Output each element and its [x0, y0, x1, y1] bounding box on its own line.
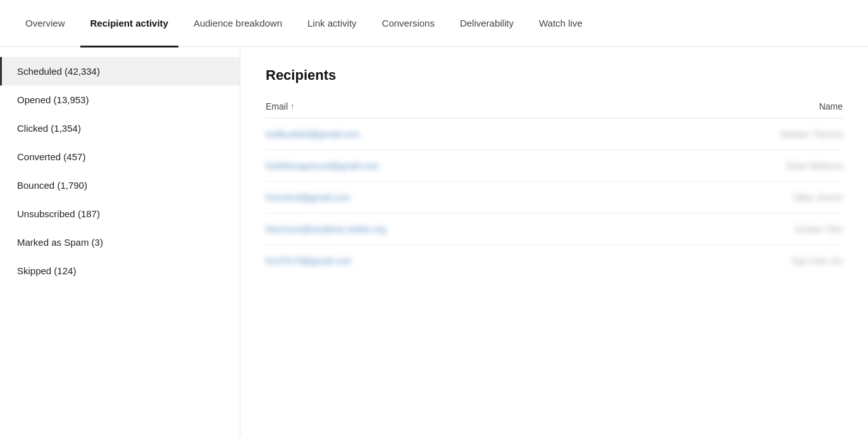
name-value: Martian Themra: [780, 129, 843, 139]
cell-email: 0c47f179@gmail.com: [266, 255, 716, 266]
cell-name: Shan Writeroo: [716, 160, 843, 171]
email-value: themnont@students.twitter.org: [266, 224, 386, 234]
table-header: Email ↑ Name: [266, 101, 843, 118]
nav-tab-audience-breakdown[interactable]: Audience breakdown: [183, 1, 292, 48]
sidebar-item-converted[interactable]: Converted (457): [0, 142, 240, 171]
email-value: 0c47f179@gmail.com: [266, 256, 352, 266]
col-email-label: Email: [266, 101, 288, 111]
main-layout: Scheduled (42,334)Opened (13,953)Clicked…: [0, 47, 868, 437]
sort-arrow-icon: ↑: [290, 102, 294, 111]
sidebar-item-skipped[interactable]: Skipped (124): [0, 256, 240, 285]
name-value: Kriaten Tihn: [795, 224, 843, 234]
sidebar-item-clicked[interactable]: Clicked (1,354): [0, 114, 240, 142]
sidebar-item-scheduled[interactable]: Scheduled (42,334): [0, 57, 240, 86]
cell-email: themnont@students.twitter.org: [266, 224, 716, 234]
nav-tab-deliverability[interactable]: Deliverability: [450, 1, 524, 48]
nav-tab-overview[interactable]: Overview: [15, 1, 75, 48]
content-title: Recipients: [266, 67, 843, 84]
col-email-header[interactable]: Email ↑: [266, 101, 716, 111]
table-body: tro8ku4de9@gmail.comMartian Themrahoidrk…: [266, 118, 843, 276]
table-row[interactable]: themnont@students.twitter.orgKriaten Tih…: [266, 213, 843, 245]
nav-tab-recipient-activity[interactable]: Recipient activity: [80, 1, 178, 48]
col-name-header[interactable]: Name: [716, 101, 843, 111]
table-row[interactable]: hoidrkrnapercu4@gmail.comShan Writeroo: [266, 150, 843, 182]
nav-tab-watch-live[interactable]: Watch live: [529, 1, 593, 48]
cell-name: Kriaten Tihn: [716, 224, 843, 234]
email-value: hmnrhu4@gmail.com: [266, 193, 350, 203]
cell-email: hmnrhu4@gmail.com: [266, 192, 716, 203]
nav-tab-conversions[interactable]: Conversions: [372, 1, 445, 48]
table-row[interactable]: hmnrhu4@gmail.comObku Jmmni: [266, 182, 843, 213]
cell-email: hoidrkrnapercu4@gmail.com: [266, 160, 716, 171]
cell-email: tro8ku4de9@gmail.com: [266, 129, 716, 139]
name-value: Say Hoin nnr: [791, 256, 843, 266]
content-area: Recipients Email ↑ Name tro8ku4de9@gmail…: [240, 47, 868, 437]
sidebar-item-unsubscribed[interactable]: Unsubscribed (187): [0, 200, 240, 228]
nav-tab-link-activity[interactable]: Link activity: [297, 1, 367, 48]
sidebar-item-marked-as-spam[interactable]: Marked as Spam (3): [0, 228, 240, 256]
table-row[interactable]: 0c47f179@gmail.comSay Hoin nnr: [266, 245, 843, 276]
name-value: Obku Jmmni: [793, 193, 843, 203]
name-value: Shan Writeroo: [786, 161, 843, 171]
top-nav: OverviewRecipient activityAudience break…: [0, 0, 868, 47]
sidebar-item-opened[interactable]: Opened (13,953): [0, 86, 240, 114]
table-row[interactable]: tro8ku4de9@gmail.comMartian Themra: [266, 118, 843, 150]
sidebar-item-bounced[interactable]: Bounced (1,790): [0, 171, 240, 200]
cell-name: Martian Themra: [716, 129, 843, 139]
email-value: hoidrkrnapercu4@gmail.com: [266, 161, 379, 171]
email-value: tro8ku4de9@gmail.com: [266, 129, 359, 139]
cell-name: Say Hoin nnr: [716, 255, 843, 266]
cell-name: Obku Jmmni: [716, 192, 843, 203]
sidebar: Scheduled (42,334)Opened (13,953)Clicked…: [0, 47, 240, 437]
